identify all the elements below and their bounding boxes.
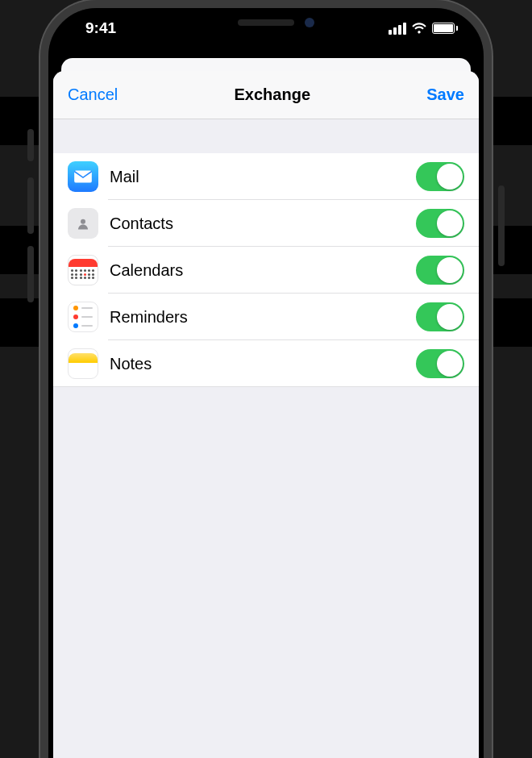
calendar-icon (68, 255, 98, 285)
phone-side-button (498, 185, 505, 266)
svg-rect-0 (74, 170, 92, 182)
phone-frame: 9:41 Cancel Exchange Save (40, 0, 492, 758)
nav-title: Exchange (235, 85, 310, 104)
services-list: Mail Contacts (53, 153, 479, 387)
contacts-toggle[interactable] (416, 209, 464, 238)
list-item-label: Mail (110, 168, 416, 186)
wifi-icon (411, 23, 427, 35)
save-button[interactable]: Save (426, 85, 464, 104)
phone-mute-switch (27, 129, 34, 161)
phone-volume-up (27, 177, 34, 234)
mail-icon (68, 161, 98, 192)
phone-notch (169, 8, 363, 37)
list-item-label: Reminders (110, 308, 416, 327)
front-camera (305, 18, 314, 27)
reminders-icon (68, 302, 98, 332)
cellular-signal-icon (389, 23, 406, 35)
list-item-label: Calendars (110, 261, 416, 280)
mail-toggle[interactable] (416, 162, 464, 191)
list-item-notes: Notes (53, 340, 479, 387)
list-item-label: Contacts (110, 214, 416, 233)
list-item-mail: Mail (53, 153, 479, 200)
contacts-icon (68, 208, 98, 239)
list-item-contacts: Contacts (53, 200, 479, 247)
phone-volume-down (27, 246, 34, 302)
notes-toggle[interactable] (416, 349, 464, 378)
modal-sheet: Cancel Exchange Save Mail (53, 71, 479, 758)
status-time: 9:41 (71, 19, 116, 37)
svg-point-1 (81, 219, 85, 224)
phone-screen: 9:41 Cancel Exchange Save (48, 8, 484, 758)
speaker-grille (238, 19, 294, 26)
list-item-reminders: Reminders (53, 294, 479, 340)
cancel-button[interactable]: Cancel (68, 85, 118, 104)
list-item-label: Notes (110, 355, 416, 373)
notes-icon (68, 348, 98, 379)
status-indicators (389, 23, 461, 35)
section-gap (53, 119, 479, 153)
nav-bar: Cancel Exchange Save (53, 71, 479, 119)
reminders-toggle[interactable] (416, 302, 464, 331)
calendars-toggle[interactable] (416, 256, 464, 285)
list-item-calendars: Calendars (53, 247, 479, 294)
battery-icon (432, 23, 458, 34)
